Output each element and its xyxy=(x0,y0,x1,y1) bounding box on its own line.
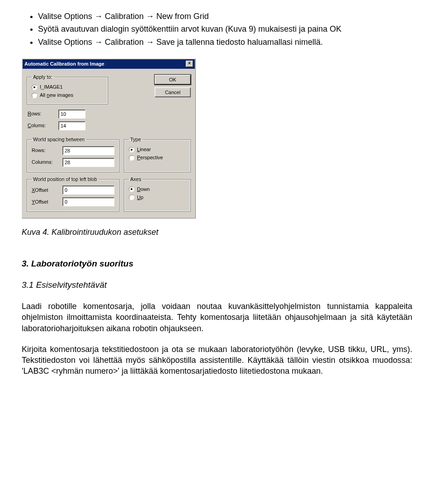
radio-label: I_IMAGE1 xyxy=(40,84,63,90)
instruction-list: Valitse Options → Calibration → New from… xyxy=(22,11,412,48)
subsection-heading: 3.1 Esiselvitystehtävät xyxy=(22,279,412,291)
group-legend: Axes xyxy=(129,176,142,183)
figure-caption: Kuva 4. Kalibrointiruudukon asetukset xyxy=(22,227,412,238)
radio-label: Up xyxy=(137,194,143,201)
yoffset-label: YOffset xyxy=(32,199,59,205)
dialog-titlebar[interactable]: Automatic Calibration from Image × xyxy=(23,59,195,69)
dialog-title: Automatic Calibration from Image xyxy=(24,61,104,67)
radio-down[interactable]: Down xyxy=(129,185,186,193)
cancel-button[interactable]: Cancel xyxy=(155,87,191,97)
section-heading: 3. Laboratoriotyön suoritus xyxy=(22,258,412,270)
world-position-group: World position of top left blob XOffset … xyxy=(27,176,119,212)
list-item: Valitse Options → Calibration → Save ja … xyxy=(38,37,412,48)
spacing-cols-label: Columns: xyxy=(32,159,59,166)
calibration-dialog: Automatic Calibration from Image × Apply… xyxy=(22,58,196,219)
close-icon[interactable]: × xyxy=(186,61,193,67)
spacing-rows-input[interactable]: 28 xyxy=(62,146,114,155)
radio-icon xyxy=(129,186,134,192)
columns-label: Colums: xyxy=(28,122,55,129)
radio-icon xyxy=(32,85,37,90)
spacing-cols-input[interactable]: 28 xyxy=(62,158,114,167)
rows-input[interactable]: 10 xyxy=(58,109,85,119)
radio-label: All new images xyxy=(40,92,73,99)
group-legend: Apply to: xyxy=(32,74,54,81)
paragraph: Kirjoita komentosarja tekstitiedostoon j… xyxy=(22,344,412,377)
radio-image1[interactable]: I_IMAGE1 xyxy=(32,83,103,91)
rows-label: Rows: xyxy=(28,110,55,117)
rows-field: Rows: 10 xyxy=(28,109,191,119)
radio-icon xyxy=(129,195,134,200)
list-item: Valitse Options → Calibration → New from… xyxy=(38,11,412,22)
radio-label: Down xyxy=(137,186,150,193)
ok-button[interactable]: OK xyxy=(155,75,191,85)
xoffset-input[interactable]: 0 xyxy=(62,185,114,195)
radio-linear[interactable]: Linear xyxy=(129,146,186,154)
yoffset-input[interactable]: 0 xyxy=(62,197,114,206)
axes-group: Axes Down Up xyxy=(124,176,191,212)
xoffset-label: XOffset xyxy=(32,187,59,194)
paragraph: Laadi robotille komentosarja, jolla void… xyxy=(22,301,412,334)
radio-icon xyxy=(32,93,37,98)
spacing-rows-label: Rows: xyxy=(32,147,59,154)
world-spacing-group: World spacing between Rows: 28 Columns: … xyxy=(27,136,119,172)
group-legend: World position of top left blob xyxy=(32,176,99,183)
radio-icon xyxy=(129,155,134,161)
radio-label: Linear xyxy=(137,146,151,153)
radio-label: Perspective xyxy=(137,154,163,161)
list-item: Syötä avautuvan dialogin syöttökenttiin … xyxy=(38,24,412,34)
radio-perspective[interactable]: Perspective xyxy=(129,154,186,162)
radio-up[interactable]: Up xyxy=(129,193,186,201)
radio-all-new-images[interactable]: All new images xyxy=(32,91,103,100)
columns-input[interactable]: 14 xyxy=(58,121,85,130)
apply-to-group: Apply to: I_IMAGE1 All new images xyxy=(27,74,108,105)
group-legend: Type xyxy=(129,136,142,143)
group-legend: World spacing between xyxy=(32,136,86,143)
type-group: Type Linear Perspective xyxy=(124,136,191,172)
columns-field: Colums: 14 xyxy=(28,121,191,131)
radio-icon xyxy=(129,147,134,152)
